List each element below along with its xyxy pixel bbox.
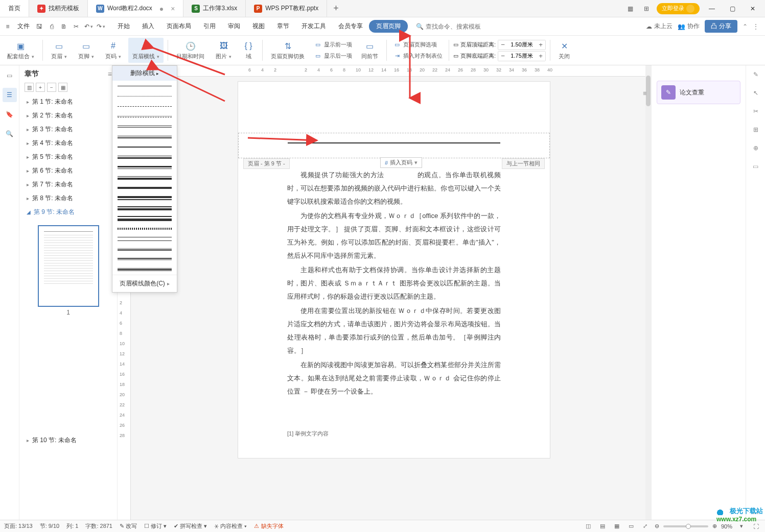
rr-globe-icon[interactable]: ⊕: [750, 142, 762, 154]
header-area[interactable]: [238, 133, 550, 158]
line-style-dotted[interactable]: [112, 91, 177, 101]
line-style-heavy[interactable]: [112, 183, 177, 193]
fullscreen-icon[interactable]: ⛶: [751, 522, 761, 531]
section-item[interactable]: ▸第 4 节: 未命名: [19, 136, 117, 150]
section-item[interactable]: ▸第 1 节: 未命名: [19, 95, 117, 109]
line-style-grad-mid[interactable]: [112, 264, 177, 275]
save-icon[interactable]: 🖫: [34, 21, 45, 32]
tab-dev[interactable]: 开发工具: [295, 19, 332, 34]
header-line-color[interactable]: 页眉横线颜色(C)▸: [112, 275, 177, 292]
tab-review[interactable]: 审阅: [222, 19, 246, 34]
footer-dist-minus[interactable]: −: [498, 52, 507, 61]
footer-dist-spinner[interactable]: − +: [498, 51, 546, 61]
paper-check-card[interactable]: ✎ 论文查重: [657, 81, 740, 104]
tab-xls[interactable]: S 工作簿3.xlsx: [183, 0, 246, 17]
rr-more-icon[interactable]: ⋯: [750, 507, 762, 520]
status-words[interactable]: 字数: 2871: [85, 522, 112, 530]
tab-doc[interactable]: W Word教程2.docx ● ×: [88, 0, 183, 17]
tab-start[interactable]: 开始: [111, 19, 136, 34]
section-item-current[interactable]: ◢第 9 节: 未命名: [19, 205, 117, 219]
scroll-thumb[interactable]: [646, 76, 651, 106]
tab-doc-close-icon[interactable]: ×: [171, 5, 175, 13]
footer-button[interactable]: ▭ 页脚: [74, 38, 98, 63]
line-style-thin[interactable]: [112, 81, 177, 91]
line-style-thin-thick[interactable]: [112, 152, 177, 162]
status-missing-font[interactable]: ⚠ 缺失字体: [254, 522, 283, 530]
login-button[interactable]: 立即登录: [657, 3, 700, 14]
match-combo-button[interactable]: ▣ 配套组合: [3, 38, 38, 63]
section-item[interactable]: ▸第 5 节: 未命名: [19, 150, 117, 164]
align-tab-button[interactable]: ⇥插入对齐制表位: [391, 51, 445, 61]
tab-ppt[interactable]: P WPS PPT教程.pptx: [246, 0, 327, 17]
zoom-value[interactable]: 90%: [721, 523, 732, 529]
view-mode-1-icon[interactable]: ◫: [583, 522, 593, 531]
collab-button[interactable]: 👥协作: [678, 22, 700, 31]
tab-insert[interactable]: 插入: [136, 19, 160, 34]
header-line-button[interactable]: ▭ 页眉横线: [128, 38, 164, 63]
line-style-dashed[interactable]: [112, 101, 177, 111]
outline-rail-icon[interactable]: ▭: [3, 68, 17, 83]
redo-button[interactable]: ↷: [95, 21, 106, 32]
zoom-in-button[interactable]: ⊕: [712, 523, 717, 529]
close-window-button[interactable]: ✕: [745, 3, 761, 15]
show-next-button[interactable]: ▭显示后一项: [312, 51, 354, 61]
section-item[interactable]: ▸第 2 节: 未命名: [19, 109, 117, 123]
header-dist-spinner[interactable]: − +: [498, 40, 546, 50]
delete-header-line[interactable]: 删除横线 ▸: [112, 66, 177, 81]
nav-menu-icon[interactable]: ≡: [108, 70, 112, 78]
line-style-heavy-thin[interactable]: [112, 193, 177, 203]
status-content-check[interactable]: ⚹ 内容检查 ▾: [214, 522, 247, 530]
tab-templates[interactable]: ✦ 找稻壳模板: [29, 0, 88, 17]
print-icon[interactable]: ⎙: [46, 21, 57, 32]
hf-options-button[interactable]: ▭页眉页脚选项: [391, 40, 445, 50]
hamburger-icon[interactable]: ≡: [2, 21, 13, 32]
collapse-ribbon-icon[interactable]: ⌃: [743, 23, 748, 30]
header-button[interactable]: ▭ 页眉: [47, 38, 71, 63]
view-mode-3-icon[interactable]: ▦: [612, 522, 622, 531]
datetime-button[interactable]: 🕒 日期和时间: [172, 38, 208, 63]
same-prev-button[interactable]: ▭ 同前节: [357, 38, 382, 63]
rr-grid-icon[interactable]: ⊞: [750, 124, 762, 136]
view-mode-4-icon[interactable]: ▭: [626, 522, 636, 531]
insert-page-number-button[interactable]: #插入页码▾: [380, 157, 422, 168]
nav-tool-2[interactable]: +: [36, 83, 45, 92]
print-preview-icon[interactable]: 🗎: [58, 21, 69, 32]
line-style-wave[interactable]: [112, 224, 177, 234]
undo-button[interactable]: ↶: [83, 21, 94, 32]
rr-pointer-icon[interactable]: ↖: [750, 87, 762, 99]
tab-header-footer[interactable]: 页眉页脚: [369, 20, 408, 33]
line-style-dashdot[interactable]: [112, 111, 177, 122]
close-hf-button[interactable]: ✕ 关闭: [554, 38, 574, 63]
zoom-fit-icon[interactable]: ⤢: [640, 522, 651, 531]
search-rail-icon[interactable]: 🔍: [3, 127, 17, 141]
new-tab-button[interactable]: +: [327, 3, 345, 14]
line-style-thin-heavy[interactable]: [112, 203, 177, 213]
minimize-button[interactable]: —: [704, 3, 720, 15]
tab-reference[interactable]: 引用: [197, 19, 222, 34]
vertical-scrollbar[interactable]: [645, 65, 651, 520]
nav-tool-4[interactable]: ▦: [58, 83, 67, 92]
page-number-button[interactable]: # 页码: [101, 38, 125, 63]
view-mode-2-icon[interactable]: ▤: [597, 522, 608, 531]
footer-dist-input[interactable]: [507, 52, 536, 61]
picture-button[interactable]: 🖼 图片: [212, 38, 236, 63]
header-dist-plus[interactable]: +: [536, 40, 545, 50]
apps-icon[interactable]: ⊞: [640, 3, 653, 15]
share-button[interactable]: 凸分享: [705, 20, 737, 33]
section-item[interactable]: ▸第 6 节: 未命名: [19, 164, 117, 178]
section-item[interactable]: ▸第 10 节: 未命名: [19, 433, 117, 447]
file-menu[interactable]: 文件: [14, 22, 33, 31]
line-style-double[interactable]: [112, 122, 177, 132]
line-style-heavy-sandwich[interactable]: [112, 213, 177, 224]
rr-pin-icon[interactable]: ✂: [750, 105, 762, 117]
nav-tool-1[interactable]: ▥: [25, 83, 34, 92]
hf-switch-button[interactable]: ⇅ 页眉页脚切换: [267, 38, 309, 63]
zoom-out-button[interactable]: ⊖: [655, 523, 659, 529]
header-dist-minus[interactable]: −: [498, 40, 507, 50]
status-section[interactable]: 节: 9/10: [40, 522, 60, 530]
cloud-status[interactable]: ☁未上云: [646, 22, 673, 31]
tab-section[interactable]: 章节: [271, 19, 295, 34]
tab-member[interactable]: 会员专享: [332, 19, 369, 34]
section-item[interactable]: ▸第 3 节: 未命名: [19, 123, 117, 136]
more-icon[interactable]: ⋮: [753, 23, 759, 30]
